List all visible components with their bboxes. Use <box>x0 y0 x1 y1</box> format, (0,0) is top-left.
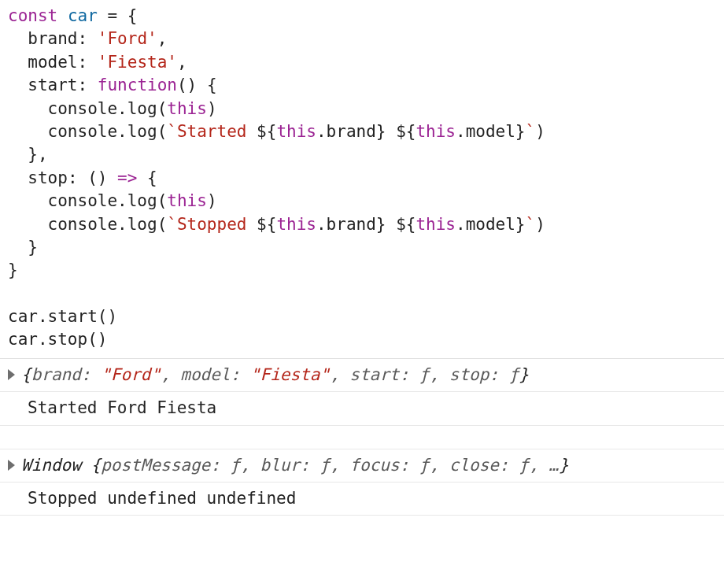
call-start: car.start() <box>8 307 117 326</box>
console-object-preview: Window {postMessage: ƒ, blur: ƒ, focus: … <box>21 454 569 477</box>
keyword-function: function <box>98 76 177 94</box>
prop-start: start <box>28 76 77 94</box>
keyword-this: this <box>167 191 207 210</box>
disclosure-triangle-icon[interactable] <box>8 369 15 380</box>
call-stop: car.stop() <box>8 330 107 349</box>
console-blank-row <box>0 426 724 449</box>
identifier-car: car <box>68 6 98 25</box>
string-fiesta: 'Fiesta' <box>98 53 177 72</box>
console-log-object-car[interactable]: {brand: "Ford", model: "Fiesta", start: … <box>0 359 724 392</box>
console-log-started: Started Ford Fiesta <box>0 392 724 425</box>
console-text: Stopped undefined undefined <box>28 487 296 510</box>
console-log-stopped: Stopped undefined undefined <box>0 483 724 516</box>
punct: = { <box>98 6 138 25</box>
keyword-this: this <box>167 99 207 118</box>
console-log-object-window[interactable]: Window {postMessage: ƒ, blur: ƒ, focus: … <box>0 449 724 483</box>
prop-stop: stop <box>28 168 68 187</box>
disclosure-triangle-icon[interactable] <box>8 460 15 471</box>
console-text: Started Ford Fiesta <box>28 397 216 420</box>
prop-brand: brand <box>28 29 77 48</box>
prop-model: model <box>28 53 77 72</box>
console-object-preview: {brand: "Ford", model: "Fiesta", start: … <box>21 364 529 386</box>
code-editor[interactable]: const car = { brand: 'Ford', model: 'Fie… <box>0 0 724 359</box>
string-ford: 'Ford' <box>98 29 157 48</box>
arrow-token: => <box>117 168 137 187</box>
keyword-const: const <box>8 6 57 25</box>
